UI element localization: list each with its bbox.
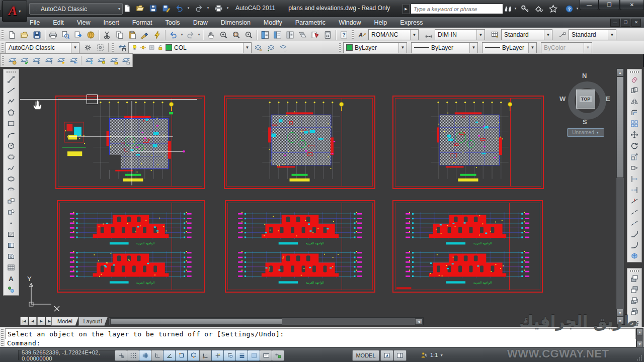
tool-palettes-button[interactable]	[284, 29, 296, 41]
polyline-button[interactable]	[5, 96, 17, 107]
make-object-layer-current-button[interactable]	[252, 42, 264, 54]
qat-redo-button[interactable]	[193, 2, 205, 14]
status-toggle-ortho-mode[interactable]	[151, 350, 164, 361]
chevron-down-icon[interactable]: ▼	[608, 30, 616, 40]
paste-button[interactable]	[126, 29, 138, 41]
annotation-scale-control[interactable]: 1:1▼	[421, 350, 443, 360]
qat-open-folder-button[interactable]	[134, 2, 146, 14]
dim-style-combo[interactable]: DIM-IN▼	[435, 29, 485, 40]
qat-save-as-button[interactable]	[160, 2, 172, 14]
hatch-button[interactable]	[5, 229, 17, 240]
ellipse-button[interactable]	[5, 173, 17, 185]
drawing-canvas[interactable]: الواجهة الغربيةالواجهة الغربيةالواجهة ال…	[0, 67, 644, 327]
app-logo-button[interactable]: A▾	[2, 1, 27, 22]
status-toggle-infer-constraints[interactable]	[115, 350, 127, 361]
table-style-combo[interactable]: Standard▼	[501, 29, 552, 40]
style-table-style-icon-button[interactable]	[489, 29, 501, 41]
qat-new-file-button[interactable]	[121, 2, 133, 14]
move-button[interactable]	[628, 129, 640, 140]
status-toggle-polar-tracking[interactable]	[163, 350, 176, 361]
point-button[interactable]	[5, 218, 17, 229]
make-block-button[interactable]	[5, 207, 17, 218]
style-dim-style-icon-button[interactable]	[422, 29, 435, 41]
plot-button[interactable]	[47, 29, 59, 41]
doc-close-button[interactable]: ✕	[631, 19, 641, 27]
menu-edit[interactable]: Edit	[46, 17, 70, 28]
region-button[interactable]	[5, 251, 17, 262]
layout-button[interactable]	[380, 350, 393, 361]
status-toggle-lineweight-display[interactable]	[235, 350, 248, 361]
status-toggle-object-snap-tracking[interactable]	[199, 350, 212, 361]
menu-draw[interactable]: Draw	[187, 17, 214, 28]
chevron-down-icon[interactable]: ▾	[197, 33, 201, 37]
chevron-down-icon[interactable]: ▼	[71, 43, 79, 53]
status-toggle-object-snap[interactable]	[175, 350, 188, 361]
viewcube-west[interactable]: W	[559, 95, 566, 103]
ellipse-arc-button[interactable]	[5, 185, 17, 196]
chevron-down-icon[interactable]: ▾	[180, 33, 184, 37]
workspace-settings-button[interactable]	[94, 42, 107, 54]
menu-express[interactable]: Express	[393, 17, 429, 28]
break-button[interactable]	[628, 207, 640, 218]
circle-button[interactable]	[5, 140, 17, 151]
rotate-button[interactable]	[628, 140, 640, 151]
horizontal-scrollbar[interactable]: ◀	[109, 317, 424, 325]
new-file-button[interactable]	[6, 29, 18, 41]
object-color-combo[interactable]: ByLayer▼	[343, 42, 407, 53]
layer-freeze-button[interactable]	[83, 55, 95, 67]
prev-tab-button[interactable]: ◀	[29, 317, 37, 325]
menu-format[interactable]: Format	[126, 17, 159, 28]
menu-view[interactable]: View	[70, 17, 97, 28]
break-at-point-button[interactable]	[628, 196, 640, 207]
sheet-set-manager-button[interactable]	[296, 29, 309, 41]
zoom-window-button[interactable]	[230, 29, 243, 41]
style-mleader-style-icon-button[interactable]	[556, 29, 569, 41]
status-toggle-snap-mode[interactable]	[127, 350, 139, 361]
quick-view-layouts-button[interactable]	[393, 350, 407, 361]
viewcube-south[interactable]: S	[583, 118, 587, 126]
stretch-button[interactable]	[628, 162, 640, 173]
workspace-combo[interactable]: AutoCAD Classic▼	[6, 42, 79, 53]
extend-button[interactable]	[628, 185, 640, 196]
table-button[interactable]	[5, 262, 17, 273]
send-to-back-button[interactable]	[628, 284, 640, 295]
scale-button[interactable]	[628, 151, 640, 162]
layer-unlock-button[interactable]	[120, 55, 132, 67]
open-folder-button[interactable]	[18, 29, 31, 41]
qat-plot-button[interactable]	[212, 2, 224, 14]
linetype-combo[interactable]: ByLayer▼	[411, 42, 478, 53]
help-button[interactable]: ?	[338, 29, 350, 41]
model-space-button[interactable]: MODEL	[352, 350, 379, 361]
tab-model[interactable]: Model	[51, 317, 78, 326]
chevron-down-icon[interactable]: ▾	[206, 6, 210, 10]
layer-off-button[interactable]	[96, 55, 108, 67]
save-button[interactable]	[31, 29, 43, 41]
scroll-up-button[interactable]: ▲	[616, 68, 624, 76]
erase-button[interactable]	[628, 74, 640, 85]
lineweight-combo[interactable]: ByLayer▼	[482, 42, 537, 53]
arc-button[interactable]	[5, 129, 17, 140]
offset-button[interactable]	[628, 107, 640, 118]
markup-set-manager-button[interactable]	[309, 29, 321, 41]
plot-preview-button[interactable]	[59, 29, 72, 41]
chevron-down-icon[interactable]: ▼	[410, 30, 418, 40]
layer-lock-button[interactable]	[108, 55, 120, 67]
undo-button[interactable]	[167, 29, 180, 41]
workspace-gear-button[interactable]	[82, 42, 94, 54]
chevron-down-icon[interactable]: ▼	[476, 30, 485, 40]
plot-style-combo[interactable]: ByColor▼	[541, 42, 592, 53]
infocenter-expand-button[interactable]: ▶	[403, 4, 410, 14]
menu-modify[interactable]: Modify	[257, 17, 289, 28]
copy-button[interactable]	[628, 85, 640, 96]
layer-combo[interactable]: COL▼	[128, 42, 252, 53]
doc-restore-button[interactable]: ❐	[621, 19, 630, 27]
zoom-previous-button[interactable]	[243, 29, 255, 41]
menu-tools[interactable]: Tools	[158, 17, 186, 28]
layer-previous-button[interactable]	[264, 42, 277, 54]
pan-button[interactable]	[205, 29, 217, 41]
first-tab-button[interactable]: |◀	[20, 317, 28, 325]
infocenter-satellite-button[interactable]	[533, 4, 544, 14]
layer-properties-manager-button[interactable]	[116, 42, 128, 54]
menu-insert[interactable]: Insert	[97, 17, 126, 28]
layer-states-button[interactable]	[277, 42, 289, 54]
